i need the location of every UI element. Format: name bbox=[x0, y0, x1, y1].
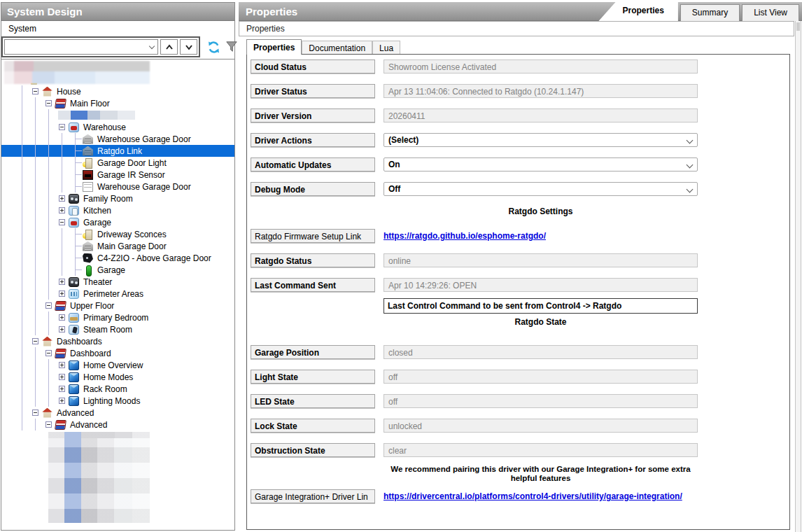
collapse-minus-toggle[interactable] bbox=[45, 350, 52, 356]
tree-connector-line bbox=[71, 228, 83, 240]
property-label-garage-position[interactable]: Garage Position bbox=[251, 345, 375, 359]
property-label-lock-state[interactable]: Lock State bbox=[251, 419, 375, 433]
tree-item-ratgdo-link[interactable]: Ratgdo Link bbox=[1, 145, 234, 157]
tree-item-warehouse[interactable]: Warehouse bbox=[1, 121, 234, 133]
collapse-minus-toggle[interactable] bbox=[32, 88, 38, 94]
tree-item-advanced[interactable]: Advanced bbox=[1, 407, 234, 419]
tree-item-lighting-moods[interactable]: Lighting Moods bbox=[1, 395, 234, 407]
tree-item-warehouse-garage-door[interactable]: Warehouse Garage Door bbox=[1, 133, 234, 145]
view-tab-list-view[interactable]: List View bbox=[742, 4, 799, 21]
property-label-driver-status[interactable]: Driver Status bbox=[251, 84, 375, 98]
tree-indent-line bbox=[31, 240, 45, 252]
tree-item-garage-ir-sensor[interactable]: Garage IR Sensor bbox=[1, 169, 234, 181]
property-label-garage-integration-driver-lin[interactable]: Garage Integration+ Driver Lin bbox=[251, 489, 375, 503]
section-header-ratgdo-state: Ratgdo State bbox=[384, 317, 698, 327]
tree-item-garage-door-light[interactable]: Garage Door Light bbox=[1, 157, 234, 169]
tree-item-garage[interactable]: Garage bbox=[1, 216, 234, 228]
link-garage-integration-driver-lin[interactable]: https://drivercentral.io/platforms/contr… bbox=[384, 491, 682, 501]
tree-item-c4-z2io-above-garage-door[interactable]: C4-Z2IO - Above Garage Door bbox=[1, 252, 234, 264]
search-next-button[interactable] bbox=[180, 39, 197, 55]
property-label-last-command-sent[interactable]: Last Command Sent bbox=[251, 278, 375, 292]
property-value-ratgdo-firmware-setup-link: https://ratgdo.github.io/esphome-ratgdo/ bbox=[384, 229, 698, 243]
property-label-led-state[interactable]: LED State bbox=[251, 394, 375, 408]
collapse-minus-toggle[interactable] bbox=[45, 302, 52, 309]
view-tab-summary[interactable]: Summary bbox=[680, 4, 740, 21]
tree-item-home-overview[interactable]: Home Overview bbox=[1, 359, 234, 371]
property-label-ratgdo-status[interactable]: Ratgdo Status bbox=[251, 253, 375, 267]
tree-item-redacted[interactable] bbox=[1, 109, 234, 121]
expand-plus-toggle[interactable] bbox=[59, 362, 65, 368]
tree-item-house[interactable]: House bbox=[1, 85, 234, 97]
refresh-button[interactable] bbox=[206, 39, 221, 55]
collapse-minus-toggle[interactable] bbox=[32, 410, 38, 416]
view-tab-properties[interactable]: Properties bbox=[598, 2, 677, 21]
expand-plus-toggle[interactable] bbox=[59, 290, 65, 297]
property-row-driver-version: Driver Version20260411 bbox=[251, 108, 789, 122]
tree-item-upper-floor[interactable]: Upper Floor bbox=[1, 300, 234, 312]
search-prev-button[interactable] bbox=[160, 39, 178, 55]
link-ratgdo-firmware-setup-link[interactable]: https://ratgdo.github.io/esphome-ratgdo/ bbox=[384, 231, 546, 241]
tab-lua[interactable]: Lua bbox=[372, 41, 400, 55]
tree-item-advanced[interactable]: Advanced bbox=[1, 419, 234, 430]
collapse-minus-toggle[interactable] bbox=[45, 100, 52, 106]
vertical-scrollbar[interactable] bbox=[795, 21, 801, 532]
tree-item-theater[interactable]: Theater bbox=[1, 276, 234, 288]
property-label-cloud-status[interactable]: Cloud Status bbox=[251, 59, 375, 74]
tree-search-combobox[interactable] bbox=[4, 39, 158, 55]
property-label-automatic-updates[interactable]: Automatic Updates bbox=[251, 158, 375, 172]
expand-plus-toggle[interactable] bbox=[59, 374, 65, 380]
property-label-ratgdo-firmware-setup-link[interactable]: Ratgdo Firmware Setup Link bbox=[251, 229, 375, 243]
dropdown-driver-actions[interactable]: (Select) bbox=[384, 133, 698, 147]
property-label-driver-actions[interactable]: Driver Actions bbox=[251, 133, 375, 147]
tree-item-primary-bedroom[interactable]: Primary Bedroom bbox=[1, 312, 234, 323]
tree-item-main-garage-door[interactable]: Main Garage Door bbox=[1, 240, 234, 252]
tree-item-rack-room[interactable]: Rack Room bbox=[1, 383, 234, 395]
system-label: System bbox=[1, 21, 234, 36]
scrollbar-thumb[interactable] bbox=[796, 22, 800, 31]
tree-indent-line bbox=[58, 240, 71, 252]
property-row-driver-actions: Driver Actions(Select) bbox=[251, 133, 789, 147]
tree-item-perimeter-areas[interactable]: Perimeter Areas bbox=[1, 288, 234, 300]
ratgdo-garage-icon bbox=[83, 146, 93, 156]
collapse-minus-toggle[interactable] bbox=[45, 421, 52, 428]
tree-item-driveway-sconces[interactable]: Driveway Sconces bbox=[1, 228, 234, 240]
dropdown-automatic-updates[interactable]: On bbox=[384, 158, 698, 172]
property-label-debug-mode[interactable]: Debug Mode bbox=[251, 182, 375, 196]
property-row-last-command-sent: Last Command SentApr 10 14:29:26: OPEN bbox=[251, 278, 789, 292]
light-icon bbox=[83, 158, 93, 168]
expand-plus-toggle[interactable] bbox=[59, 195, 65, 202]
tree-indent-line bbox=[45, 323, 58, 335]
light-icon bbox=[83, 230, 93, 239]
property-label-obstruction-state[interactable]: Obstruction State bbox=[251, 443, 375, 457]
property-label-driver-version[interactable]: Driver Version bbox=[251, 108, 375, 122]
tree-item-dashboard[interactable]: Dashboard bbox=[1, 347, 234, 359]
tree-indent-line bbox=[45, 240, 58, 252]
tree-item-warehouse-garage-door[interactable]: Warehouse Garage Door bbox=[1, 181, 234, 192]
expand-plus-toggle[interactable] bbox=[59, 279, 65, 285]
tree-item-home-modes[interactable]: Home Modes bbox=[1, 371, 234, 383]
chevron-down-icon bbox=[687, 186, 694, 193]
tree-item-dashboards[interactable]: Dashboards bbox=[1, 335, 234, 347]
tree-indent-line bbox=[58, 252, 71, 264]
collapse-minus-toggle[interactable] bbox=[32, 338, 38, 344]
tab-documentation[interactable]: Documentation bbox=[302, 41, 372, 55]
property-label-light-state[interactable]: Light State bbox=[251, 370, 375, 384]
expand-plus-toggle[interactable] bbox=[59, 326, 65, 332]
expand-plus-toggle[interactable] bbox=[59, 398, 65, 404]
dropdown-debug-mode[interactable]: Off bbox=[384, 182, 698, 196]
tree-item-kitchen[interactable]: Kitchen bbox=[1, 204, 234, 216]
filter-button[interactable] bbox=[224, 39, 239, 55]
tab-properties[interactable]: Properties bbox=[246, 39, 302, 55]
expand-plus-toggle[interactable] bbox=[59, 386, 65, 392]
collapse-minus-toggle[interactable] bbox=[59, 219, 65, 225]
tree-item-main-floor[interactable]: Main Floor bbox=[1, 97, 234, 109]
tree-indent-line bbox=[45, 276, 58, 288]
expand-plus-toggle[interactable] bbox=[59, 314, 65, 321]
tree-item-family-room[interactable]: Family Room bbox=[1, 192, 234, 204]
collapse-minus-toggle[interactable] bbox=[59, 124, 65, 130]
tree-item-garage[interactable]: Garage bbox=[1, 264, 234, 276]
steam-room-icon bbox=[69, 325, 79, 335]
tree-item-steam-room[interactable]: Steam Room bbox=[1, 323, 234, 335]
expand-plus-toggle[interactable] bbox=[59, 207, 65, 214]
tree-indent-line bbox=[58, 228, 71, 240]
